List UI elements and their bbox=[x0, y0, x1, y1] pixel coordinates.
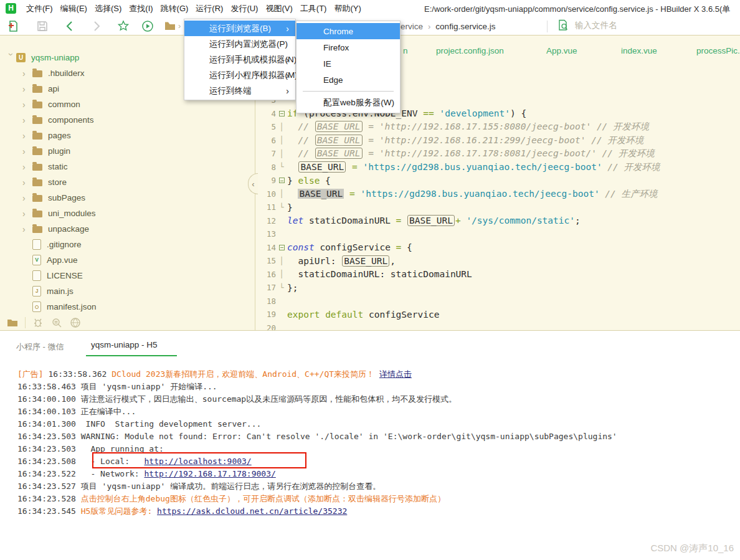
chevron-right-icon[interactable]: › bbox=[22, 84, 32, 94]
menubar-item-1[interactable]: 编辑(E) bbox=[57, 3, 91, 14]
editor-tab-1[interactable]: project.config.json bbox=[436, 46, 504, 55]
folder-icon bbox=[32, 102, 42, 108]
files-panel-icon[interactable] bbox=[6, 316, 19, 329]
menubar-item-5[interactable]: 运行(R) bbox=[192, 3, 227, 14]
chevron-right-icon[interactable]: › bbox=[22, 69, 32, 78]
tree-item-LICENSE[interactable]: LICENSE bbox=[0, 268, 255, 283]
log-text: 16:33:58.362 bbox=[48, 369, 111, 379]
code-text: const configService = { bbox=[287, 242, 740, 252]
fold-guide: │ bbox=[276, 257, 287, 265]
code-text: // BASE_URL = 'http://192.168.16.211:299… bbox=[287, 135, 740, 146]
tree-item-pages[interactable]: ›pages bbox=[0, 128, 255, 143]
chevron-right-icon[interactable]: › bbox=[22, 131, 32, 141]
editor-tab-3[interactable]: index.vue bbox=[621, 46, 657, 55]
tree-item-plugin[interactable]: ›plugin bbox=[0, 143, 255, 159]
tree-item-label: plugin bbox=[48, 146, 70, 156]
search-input[interactable] bbox=[574, 20, 726, 31]
tree-item-components[interactable]: ›components bbox=[0, 112, 255, 128]
console-tab-weixin[interactable]: 小程序 - 微信 bbox=[16, 341, 64, 353]
tree-item-main.js[interactable]: Jmain.js bbox=[0, 283, 255, 299]
tree-item-static[interactable]: ›static bbox=[0, 159, 255, 174]
menubar-item-4[interactable]: 跳转(G) bbox=[157, 3, 192, 14]
run-menu-dropdown: 运行到浏览器(B)›运行到内置浏览器(P)运行到手机或模拟器(N)›运行到小程序… bbox=[184, 19, 296, 100]
log-link[interactable]: http://192.168.17.178:9003/ bbox=[145, 469, 276, 478]
forward-icon[interactable] bbox=[90, 20, 103, 32]
web-globe-icon[interactable] bbox=[69, 316, 82, 329]
chevron-right-icon[interactable]: › bbox=[22, 193, 32, 203]
tree-item-label: static bbox=[48, 162, 68, 171]
new-file-icon[interactable] bbox=[7, 20, 20, 32]
fold-minus-icon[interactable] bbox=[279, 178, 285, 183]
run-menu-item-1[interactable]: 运行到内置浏览器(P) bbox=[184, 36, 295, 52]
fold-toggle-icon[interactable] bbox=[276, 178, 287, 183]
tree-item-App.vue[interactable]: VApp.vue bbox=[0, 252, 255, 268]
menubar-item-9[interactable]: 帮助(Y) bbox=[330, 3, 364, 14]
fold-minus-icon[interactable] bbox=[279, 111, 285, 116]
breadcrumb-item-file[interactable]: config.service.js bbox=[435, 22, 495, 31]
chevron-right-icon[interactable]: › bbox=[22, 162, 32, 172]
log-text: 16:34:23.528 bbox=[17, 494, 81, 503]
log-line-0: [广告] 16:33:58.362 DCloud 2023新春招聘开启，欢迎前端… bbox=[0, 368, 740, 381]
line-number: 5 bbox=[256, 122, 276, 131]
run-menu-item-4[interactable]: 运行到终端› bbox=[184, 83, 295, 98]
run-icon[interactable] bbox=[141, 20, 154, 32]
chevron-right-icon[interactable]: › bbox=[22, 209, 32, 219]
editor-tab-0[interactable]: n bbox=[403, 46, 408, 55]
debug-bug-icon[interactable] bbox=[32, 316, 44, 329]
line-number: 12 bbox=[256, 216, 276, 225]
explorer-bottom-bar bbox=[0, 315, 255, 330]
chevron-right-icon[interactable]: › bbox=[22, 115, 32, 125]
chevron-right-icon[interactable]: › bbox=[22, 224, 32, 234]
local-url-highlight-box bbox=[92, 452, 306, 468]
browser-item-edge[interactable]: Edge bbox=[296, 72, 400, 88]
menubar-item-8[interactable]: 工具(T) bbox=[296, 3, 331, 14]
line-number: 20 bbox=[256, 323, 276, 330]
fold-guide: │ bbox=[276, 270, 287, 278]
run-menu-item-2[interactable]: 运行到手机或模拟器(N)› bbox=[184, 52, 295, 67]
menubar-item-6[interactable]: 发行(U) bbox=[227, 3, 262, 14]
code-line-14: 14const configService = { bbox=[256, 241, 740, 255]
chevron-right-icon[interactable]: › bbox=[22, 178, 32, 187]
line-number: 6 bbox=[256, 136, 276, 145]
save-icon[interactable] bbox=[36, 20, 49, 32]
editor-tab-4[interactable]: processPic.h bbox=[696, 46, 740, 55]
line-number: 9 bbox=[256, 176, 276, 185]
fold-minus-icon[interactable] bbox=[279, 245, 285, 250]
menubar-item-7[interactable]: 视图(V) bbox=[262, 3, 296, 14]
fold-toggle-icon[interactable] bbox=[276, 111, 287, 116]
menubar-item-0[interactable]: 文件(F) bbox=[22, 3, 57, 14]
back-icon[interactable] bbox=[64, 20, 76, 32]
tree-item-store[interactable]: ›store bbox=[0, 174, 255, 190]
menu-item-config-web-server[interactable]: 配置web服务器(W) bbox=[296, 95, 400, 111]
log-text: 16:34:23.522 bbox=[17, 469, 81, 478]
fold-guide: └ bbox=[276, 283, 287, 292]
browser-item-chrome[interactable]: Chrome bbox=[296, 23, 400, 39]
browser-item-firefox[interactable]: Firefox bbox=[296, 39, 400, 55]
tree-item-manifest.json[interactable]: manifest.json bbox=[0, 299, 255, 315]
log-link[interactable]: https://ask.dcloud.net.cn/article/35232 bbox=[157, 506, 347, 516]
tree-item-.gitignore[interactable]: .gitignore bbox=[0, 237, 255, 252]
chevron-right-icon[interactable]: › bbox=[22, 100, 32, 110]
tree-item-unpackage[interactable]: ›unpackage bbox=[0, 221, 255, 237]
chevron-down-icon[interactable]: › bbox=[6, 53, 16, 63]
open-folder-icon[interactable] bbox=[164, 20, 176, 32]
editor-tab-2[interactable]: App.vue bbox=[546, 46, 577, 55]
chevron-right-icon[interactable]: › bbox=[22, 146, 32, 156]
console-tab-h5[interactable]: yqsm-uniapp - H5 bbox=[91, 340, 158, 349]
log-link[interactable]: 详情点击 bbox=[379, 369, 412, 379]
browser-item-ie[interactable]: IE bbox=[296, 55, 400, 72]
code-text: }; bbox=[287, 283, 740, 293]
log-text: 16:34:23.508 bbox=[17, 457, 81, 466]
fold-toggle-icon[interactable] bbox=[276, 245, 287, 250]
run-menu-item-0[interactable]: 运行到浏览器(B)› bbox=[184, 21, 295, 36]
tree-item-subPages[interactable]: ›subPages bbox=[0, 190, 255, 206]
code-text: export default configService bbox=[287, 310, 740, 320]
tree-item-uni_modules[interactable]: ›uni_modules bbox=[0, 206, 255, 221]
star-icon[interactable] bbox=[117, 20, 130, 32]
tree-item-label: manifest.json bbox=[47, 302, 97, 311]
search-panel-icon[interactable] bbox=[50, 316, 63, 329]
menubar-item-2[interactable]: 选择(S) bbox=[91, 3, 125, 14]
breadcrumb-item-service[interactable]: ervice bbox=[401, 22, 423, 31]
run-menu-item-3[interactable]: 运行到小程序模拟器(M)› bbox=[184, 67, 295, 83]
menubar-item-3[interactable]: 查找(I) bbox=[125, 3, 156, 14]
